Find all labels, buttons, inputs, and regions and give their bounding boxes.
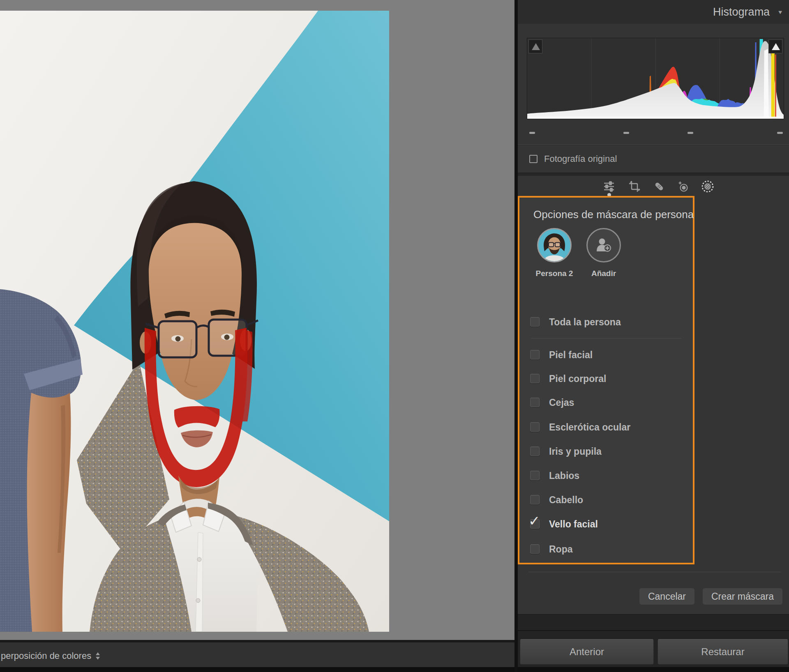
mask-option-row[interactable]: Piel corporal [519, 371, 693, 386]
basic-adjustments-icon[interactable] [602, 180, 616, 193]
mask-option-checkbox[interactable] [530, 422, 540, 432]
buttons-divider [528, 572, 781, 572]
original-photo-row: Fotografía original [518, 145, 789, 173]
person-2-avatar[interactable] [537, 228, 572, 262]
mask-option-row[interactable]: Piel facial [519, 348, 693, 362]
histogram-plot [527, 38, 784, 119]
highlight-clipping-indicator[interactable] [768, 39, 782, 53]
mask-option-row[interactable]: Toda la persona [519, 315, 693, 329]
mask-option-checkbox[interactable] [530, 350, 540, 359]
highlight-clipping-triangle-icon [772, 43, 780, 50]
cancel-button[interactable]: Cancelar [639, 588, 694, 605]
original-photo-label: Fotografía original [544, 145, 617, 173]
bottom-edge-strip [0, 667, 514, 672]
add-person-icon [595, 236, 613, 254]
histogram-chart[interactable] [527, 38, 784, 119]
mask-option-row[interactable]: Labios [519, 468, 693, 483]
histogram-blacks-handle[interactable] [529, 132, 535, 134]
healing-brush-icon[interactable] [652, 180, 666, 193]
tools-and-masking-section: Opciones de máscara de persona [518, 176, 789, 615]
up-down-arrows-icon[interactable] [95, 652, 100, 660]
reset-button[interactable]: Restaurar [658, 639, 788, 665]
mask-option-checkbox[interactable] [530, 495, 540, 504]
create-mask-button[interactable]: Crear máscara [703, 588, 782, 605]
mask-option-checkbox[interactable] [530, 446, 540, 456]
add-person-button[interactable] [586, 228, 621, 262]
photo-illustration [0, 11, 389, 632]
mask-option-row[interactable]: Esclerótica ocular [519, 420, 693, 435]
footer-divider [518, 630, 789, 631]
histogram-section [518, 24, 789, 145]
mask-option-label: Piel facial [549, 348, 593, 362]
mask-option-checkbox[interactable] [530, 398, 540, 407]
shadow-clipping-indicator[interactable] [528, 39, 542, 53]
mask-option-label: Ropa [549, 542, 573, 557]
previous-button[interactable]: Anterior [520, 639, 654, 665]
develop-right-panel: Histograma ▼ [514, 0, 789, 672]
lightroom-develop-window: perposición de colores Histograma ▼ [0, 0, 789, 672]
crop-tool-icon[interactable] [628, 180, 641, 193]
mask-option-label: Toda la persona [549, 315, 621, 329]
checkmark-icon: ✓ [528, 513, 540, 528]
shadow-clipping-triangle-icon [532, 43, 540, 50]
mask-option-row[interactable]: ✓ Vello facial [519, 517, 693, 532]
histogram-highlights-handle[interactable] [687, 132, 693, 134]
person-mask-options-panel: Opciones de máscara de persona [518, 196, 694, 564]
mask-option-label: Esclerótica ocular [549, 420, 630, 435]
histogram-title: Histograma [713, 6, 770, 18]
mask-option-label: Piel corporal [549, 371, 606, 386]
photo-preview[interactable] [0, 11, 389, 632]
chevron-down-icon[interactable]: ▼ [777, 9, 783, 15]
panel-title: Opciones de máscara de persona [533, 208, 694, 221]
red-eye-tool-icon[interactable] [676, 180, 690, 193]
mask-option-label: Iris y pupila [549, 444, 602, 459]
mask-option-checkbox[interactable] [530, 544, 540, 554]
mask-option-checkbox[interactable] [530, 317, 540, 327]
panel-footer: Anterior Restaurar [518, 615, 789, 672]
mask-option-row[interactable]: Iris y pupila [519, 444, 693, 459]
color-overlay-label[interactable]: perposición de colores [1, 642, 91, 670]
mask-option-label: Cejas [549, 395, 574, 410]
mask-option-row[interactable]: Cejas [519, 395, 693, 410]
add-person-label: Añadir [570, 269, 637, 278]
masking-tool-icon[interactable] [701, 180, 715, 193]
histogram-panel-header[interactable]: Histograma ▼ [518, 0, 789, 24]
mask-option-checkbox[interactable] [530, 471, 540, 480]
canvas-bottom-toolbar: perposición de colores [0, 640, 514, 670]
footer-edge-strip [518, 667, 789, 672]
mask-option-label: Cabello [549, 492, 583, 507]
mask-option-row[interactable]: Ropa [519, 542, 693, 557]
mask-option-checkbox[interactable] [530, 374, 540, 383]
original-photo-checkbox[interactable] [529, 155, 538, 163]
options-divider [531, 338, 681, 338]
histogram-whites-handle[interactable] [777, 132, 783, 134]
histogram-exposure-handle[interactable] [623, 132, 629, 134]
mask-option-label: Labios [549, 468, 579, 483]
mask-option-label: Vello facial [549, 517, 598, 532]
photo-canvas-area: perposición de colores [0, 0, 514, 672]
mask-option-row[interactable]: Cabello [519, 492, 693, 507]
